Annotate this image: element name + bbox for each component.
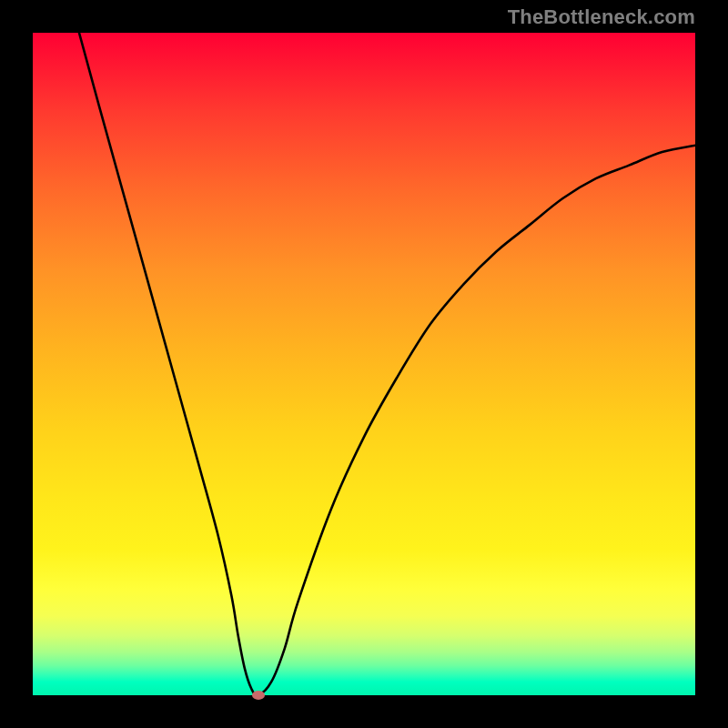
chart-frame: TheBottleneck.com: [0, 0, 728, 728]
plot-area: [33, 33, 695, 695]
bottleneck-curve: [33, 33, 695, 695]
watermark-text: TheBottleneck.com: [508, 5, 695, 29]
curve-path: [79, 33, 695, 695]
optimum-marker: [252, 691, 265, 700]
